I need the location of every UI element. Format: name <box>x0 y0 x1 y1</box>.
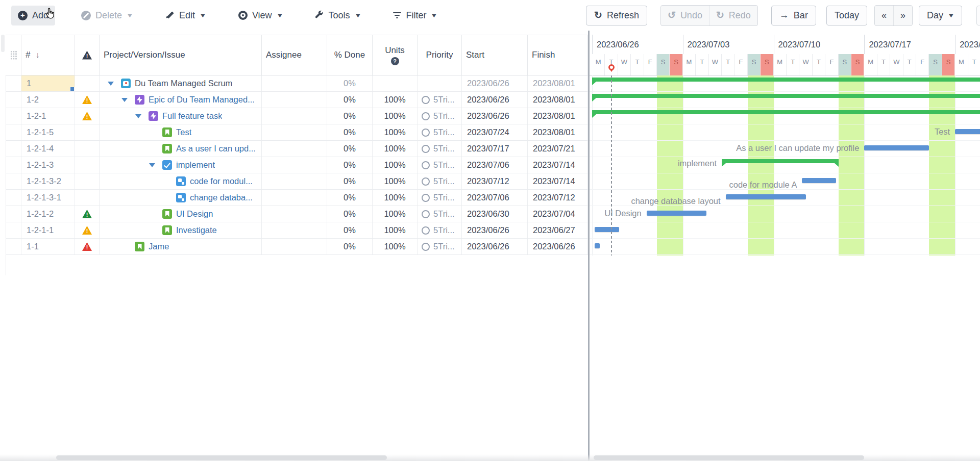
column-header-pdone[interactable]: % Done <box>327 35 373 75</box>
cell-priority[interactable]: 5Tri... <box>418 108 462 124</box>
cell-num[interactable]: 1-2-1-5 <box>21 124 75 140</box>
cell-issue[interactable]: Epic of Du Team Managed... <box>100 92 262 108</box>
cell-units[interactable]: 100% <box>373 239 418 254</box>
cell-priority[interactable]: 5Tri... <box>418 141 462 157</box>
expand-caret-icon[interactable] <box>121 98 128 102</box>
cell-start[interactable]: 2023/07/06 <box>462 157 528 173</box>
save-button[interactable]: Save <box>976 6 980 25</box>
cell-num[interactable]: 1-2-1-3-1 <box>21 190 75 206</box>
cell-finish[interactable]: 2023/08/01 <box>528 124 588 140</box>
issue-title[interactable]: Epic of Du Team Managed... <box>149 95 255 105</box>
cell-assignee[interactable] <box>262 141 327 157</box>
cell-num[interactable]: 1-2-1-3-2 <box>21 173 75 189</box>
cell-assignee[interactable] <box>262 173 327 189</box>
cell-pdone[interactable]: 0% <box>327 75 373 91</box>
cell-num[interactable]: 1-2-1-2 <box>21 206 75 222</box>
selection-drag-handle[interactable] <box>70 87 75 91</box>
cell-start[interactable]: 2023/06/26 <box>462 92 528 108</box>
delete-button[interactable]: Delete▼ <box>75 6 139 25</box>
cell-priority[interactable]: 5Tri... <box>418 239 462 254</box>
sort-descending-icon[interactable]: ↓ <box>35 50 39 60</box>
cell-grip[interactable] <box>6 190 21 206</box>
task-bar[interactable] <box>726 194 806 199</box>
cell-warn[interactable] <box>75 190 100 206</box>
summary-bar[interactable] <box>592 110 980 114</box>
cell-priority[interactable]: 5Tri... <box>418 157 462 173</box>
tools-button[interactable]: Tools▼ <box>308 5 367 25</box>
cell-units[interactable]: 100% <box>373 173 418 189</box>
view-button[interactable]: View▼ <box>232 6 289 25</box>
cell-assignee[interactable] <box>262 190 327 206</box>
cell-pdone[interactable]: 0% <box>327 222 373 238</box>
help-question-icon[interactable]: ? <box>391 57 399 65</box>
summary-bar[interactable] <box>722 159 839 163</box>
add-button[interactable]: Add <box>11 6 55 25</box>
cell-start[interactable]: 2023/06/26 <box>462 222 528 238</box>
expand-caret-icon[interactable] <box>108 82 114 86</box>
cell-priority[interactable]: 5Tri... <box>418 124 462 140</box>
column-header-assignee[interactable]: Assignee <box>262 35 327 75</box>
cell-assignee[interactable] <box>262 108 327 124</box>
cell-issue[interactable]: Test <box>100 124 262 140</box>
cell-grip[interactable] <box>6 173 21 189</box>
cell-priority[interactable]: 5Tri... <box>418 222 462 238</box>
cell-grip[interactable] <box>6 108 21 124</box>
cell-start[interactable]: 2023/06/26 <box>462 75 528 91</box>
cell-finish[interactable]: 2023/06/26 <box>528 239 588 254</box>
issue-title[interactable]: Test <box>176 127 191 137</box>
cell-grip[interactable] <box>6 75 21 91</box>
cell-assignee[interactable] <box>262 75 327 91</box>
column-header-warn[interactable] <box>75 35 100 75</box>
cell-grip[interactable] <box>6 124 21 140</box>
cell-pdone[interactable]: 0% <box>327 206 373 222</box>
cell-units[interactable]: 100% <box>373 206 418 222</box>
issue-title[interactable]: Full feature task <box>162 111 222 121</box>
cell-num[interactable]: 1-1 <box>21 239 75 254</box>
cell-start[interactable]: 2023/07/12 <box>462 173 528 189</box>
issue-title[interactable]: code for modul... <box>190 176 253 186</box>
cell-grip[interactable] <box>6 157 21 173</box>
cell-issue[interactable]: As a user I can upd... <box>100 141 262 157</box>
cell-grip[interactable] <box>6 239 21 254</box>
undo-button[interactable]: ↺Undo <box>661 6 709 25</box>
bar-button[interactable]: →Bar <box>771 6 816 25</box>
cell-start[interactable]: 2023/07/06 <box>462 190 528 206</box>
cell-pdone[interactable]: 0% <box>327 141 373 157</box>
cell-start[interactable]: 2023/06/30 <box>462 206 528 222</box>
cell-assignee[interactable] <box>262 124 327 140</box>
cell-start[interactable]: 2023/07/24 <box>462 124 528 140</box>
task-bar[interactable] <box>647 211 706 216</box>
summary-bar[interactable] <box>592 78 980 82</box>
cell-priority[interactable] <box>418 75 462 91</box>
cell-num[interactable]: 1 <box>21 75 75 91</box>
summary-bar[interactable] <box>592 94 980 98</box>
cell-pdone[interactable]: 0% <box>327 108 373 124</box>
issue-title[interactable]: As a user I can upd... <box>176 144 256 153</box>
cell-issue[interactable]: code for modul... <box>100 173 262 189</box>
cell-pdone[interactable]: 0% <box>327 124 373 140</box>
pane-splitter[interactable] <box>588 31 590 461</box>
cell-pdone[interactable]: 0% <box>327 239 373 254</box>
cell-issue[interactable]: Du Team Managed Scrum <box>100 75 262 91</box>
expand-caret-icon[interactable] <box>135 114 141 118</box>
cell-priority[interactable]: 5Tri... <box>418 206 462 222</box>
cell-units[interactable]: 100% <box>373 190 418 206</box>
cell-issue[interactable]: UI Design <box>100 206 262 222</box>
cell-warn[interactable] <box>75 124 100 140</box>
issue-title[interactable]: Jame <box>149 242 169 251</box>
column-header-priority[interactable]: Priority <box>418 35 462 75</box>
cell-assignee[interactable] <box>262 206 327 222</box>
cell-pdone[interactable]: 0% <box>327 173 373 189</box>
column-header-start[interactable]: Start <box>462 35 528 75</box>
cell-grip[interactable] <box>6 222 21 238</box>
cell-units[interactable]: 100% <box>373 141 418 157</box>
cell-finish[interactable]: 2023/07/14 <box>528 157 588 173</box>
cell-assignee[interactable] <box>262 239 327 254</box>
cell-assignee[interactable] <box>262 92 327 108</box>
next-button[interactable]: » <box>893 6 912 25</box>
prev-button[interactable]: « <box>875 6 893 25</box>
cell-grip[interactable] <box>6 206 21 222</box>
cell-finish[interactable]: 2023/08/01 <box>528 92 588 108</box>
cell-finish[interactable]: 2023/06/27 <box>528 222 588 238</box>
cell-priority[interactable]: 5Tri... <box>418 190 462 206</box>
